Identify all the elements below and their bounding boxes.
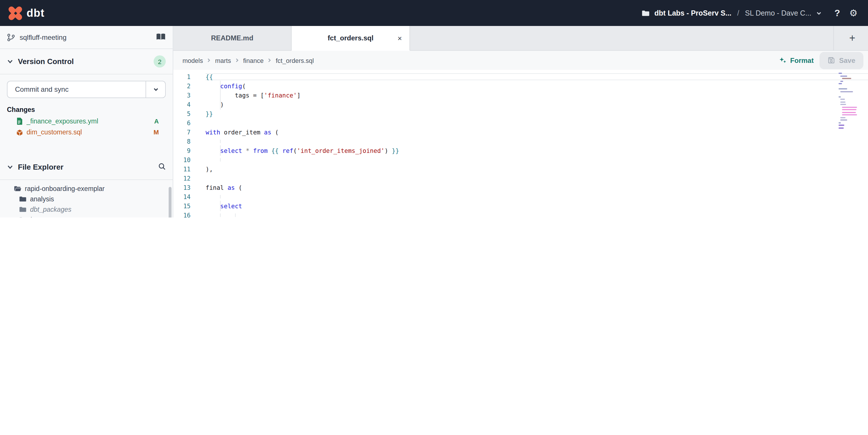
version-control-title: Version Control bbox=[18, 57, 74, 66]
code-token: from bbox=[253, 147, 268, 154]
line-content: tags = ['finance'] bbox=[206, 92, 868, 99]
code-line[interactable]: 16 bbox=[173, 210, 868, 218]
branch-row: sqlfluff-meeting bbox=[0, 26, 173, 49]
tabs: README.mdfct_orders.sql× bbox=[173, 26, 410, 50]
code-token: ( bbox=[272, 129, 279, 136]
change-item[interactable]: dim_customers.sqlM bbox=[0, 126, 173, 137]
breadcrumb-item[interactable]: models bbox=[183, 57, 203, 64]
line-number: 3 bbox=[173, 92, 191, 99]
folder-icon bbox=[19, 206, 27, 213]
format-button[interactable]: Format bbox=[779, 56, 814, 64]
git-branch-icon bbox=[7, 33, 15, 41]
breadcrumb-item[interactable]: finance bbox=[243, 57, 264, 64]
code-editor[interactable]: 1{{2 config(3 tags = ['finance']4 )5}}67… bbox=[173, 70, 868, 218]
account-project[interactable]: dbt Labs - ProServ S... bbox=[654, 9, 732, 17]
code-token: with bbox=[206, 129, 220, 136]
minimap-line bbox=[842, 78, 851, 79]
line-content: ), bbox=[206, 166, 868, 172]
commit-area: Commit and sync bbox=[0, 74, 173, 100]
change-file-name: _finance_exposures.yml bbox=[27, 118, 98, 124]
line-number: 13 bbox=[173, 184, 191, 191]
code-lines: 1{{2 config(3 tags = ['finance']4 )5}}67… bbox=[173, 72, 868, 218]
tab-fct_orders-sql[interactable]: fct_orders.sql× bbox=[292, 26, 410, 51]
code-line[interactable]: 6 bbox=[173, 118, 868, 128]
minimap-line bbox=[840, 117, 845, 118]
chevron-down-icon[interactable] bbox=[816, 10, 822, 16]
code-line[interactable]: 11), bbox=[173, 164, 868, 174]
code-line[interactable]: 2 config( bbox=[173, 81, 868, 91]
code-line[interactable]: 4 ) bbox=[173, 100, 868, 109]
code-token: {{ bbox=[272, 147, 282, 154]
code-token: order_item bbox=[220, 129, 264, 136]
commit-button-label: Commit and sync bbox=[7, 81, 146, 98]
commit-options-caret[interactable] bbox=[146, 81, 165, 98]
line-number: 8 bbox=[173, 138, 191, 145]
breadcrumb-item[interactable]: fct_orders.sql bbox=[276, 57, 314, 64]
file-tree: rapid-onboarding-exemplaranalysisdbt_pac… bbox=[0, 180, 173, 218]
branch-name[interactable]: sqlfluff-meeting bbox=[20, 33, 151, 41]
minimap-line bbox=[840, 120, 847, 121]
code-line[interactable]: 15 select bbox=[173, 201, 868, 210]
settings-gear-icon[interactable]: ⚙ bbox=[849, 7, 858, 19]
indent-guide bbox=[220, 140, 221, 143]
file-explorer-header[interactable]: File Explorer bbox=[0, 155, 173, 180]
line-number: 1 bbox=[173, 73, 191, 80]
indent-guide bbox=[220, 213, 221, 217]
changes-list: _finance_exposures.ymlAdim_customers.sql… bbox=[0, 115, 173, 137]
code-line[interactable]: 9 select * from {{ ref('int_order_items_… bbox=[173, 146, 868, 155]
help-icon[interactable]: ? bbox=[835, 8, 840, 18]
minimap[interactable] bbox=[837, 73, 861, 130]
breadcrumb-row: modelsmartsfinancefct_orders.sql Format … bbox=[173, 51, 868, 70]
dbt-logo[interactable]: dbt bbox=[8, 6, 44, 20]
breadcrumb-item[interactable]: marts bbox=[215, 57, 231, 64]
changes-count-badge: 2 bbox=[154, 55, 166, 67]
minimap-line bbox=[839, 127, 844, 128]
version-control-header[interactable]: Version Control 2 bbox=[0, 49, 173, 74]
dbt-cloud-ide: dbt dbt Labs - ProServ S... / SL Demo - … bbox=[0, 0, 868, 218]
line-number: 5 bbox=[173, 110, 191, 117]
indent-guide bbox=[220, 195, 221, 198]
code-token: }} bbox=[206, 110, 213, 117]
code-token: ( bbox=[293, 147, 297, 154]
code-line[interactable]: 14 bbox=[173, 192, 868, 201]
file-search-icon[interactable] bbox=[158, 162, 166, 172]
minimap-line bbox=[842, 114, 857, 115]
code-line[interactable]: 3 tags = ['finance'] bbox=[173, 91, 868, 100]
main-split: sqlfluff-meeting Version Control 2 Commi… bbox=[0, 26, 868, 218]
dbt-logo-icon bbox=[8, 6, 23, 20]
line-number: 14 bbox=[173, 193, 191, 200]
code-line[interactable]: 8 bbox=[173, 137, 868, 146]
code-line[interactable]: 5}} bbox=[173, 109, 868, 118]
close-icon[interactable]: × bbox=[398, 34, 402, 42]
changes-label: Changes bbox=[0, 100, 173, 115]
tree-item[interactable]: logs bbox=[0, 214, 173, 218]
line-content: config( bbox=[206, 82, 868, 90]
code-token: select bbox=[220, 147, 242, 154]
code-line[interactable]: 1{{ bbox=[173, 72, 868, 81]
code-line[interactable]: 10 bbox=[173, 155, 868, 164]
new-tab-button[interactable]: + bbox=[849, 32, 855, 44]
line-number: 9 bbox=[173, 147, 191, 154]
tabstrip-divider bbox=[834, 26, 834, 51]
tree-item[interactable]: analysis bbox=[0, 194, 173, 204]
docs-book-icon[interactable] bbox=[156, 32, 166, 42]
tab-label: README.md bbox=[211, 34, 253, 42]
tree-item[interactable]: rapid-onboarding-exemplar bbox=[0, 183, 173, 194]
code-line[interactable]: 12 bbox=[173, 174, 868, 183]
minimap-line bbox=[840, 80, 843, 81]
tree-item[interactable]: dbt_packages bbox=[0, 204, 173, 214]
tab-readme-md[interactable]: README.md bbox=[173, 26, 292, 50]
code-token bbox=[206, 147, 220, 154]
code-line[interactable]: 7with order_item as ( bbox=[173, 128, 868, 137]
save-button[interactable]: Save bbox=[819, 52, 863, 69]
change-item[interactable]: _finance_exposures.ymlA bbox=[0, 115, 173, 126]
breadcrumb: modelsmartsfinancefct_orders.sql bbox=[183, 57, 314, 64]
chevron-right-icon bbox=[207, 58, 212, 63]
environment-selector[interactable]: SL Demo - Dave C... bbox=[745, 9, 811, 17]
line-content: ) bbox=[206, 101, 868, 108]
code-line[interactable]: 13final as ( bbox=[173, 183, 868, 192]
commit-and-sync-button[interactable]: Commit and sync bbox=[7, 81, 166, 98]
line-number: 2 bbox=[173, 82, 191, 90]
line-number: 16 bbox=[173, 212, 191, 218]
line-content: with order_item as ( bbox=[206, 129, 868, 136]
